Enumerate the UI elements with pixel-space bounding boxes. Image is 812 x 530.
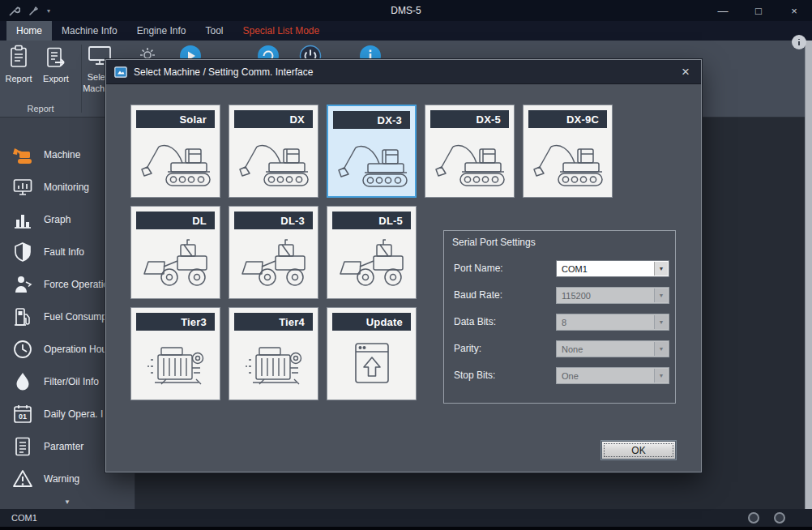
- machine-tile-dx-3[interactable]: DX-3: [327, 105, 417, 198]
- svg-text:01: 01: [19, 412, 27, 421]
- tile-label: DL-5: [332, 212, 411, 229]
- window-controls: — □ ×: [705, 0, 812, 21]
- tile-label: DX-5: [430, 110, 509, 128]
- field-label: Port Name:: [454, 263, 503, 274]
- chevron-down-icon: ▼: [654, 369, 668, 383]
- sidebar-item-label: Paramter: [44, 441, 83, 452]
- sidebar-item-label: Daily Opera. I: [44, 408, 103, 420]
- select-machine-dialog: Select Machine / Setting Comm. Interface…: [105, 59, 702, 472]
- serial-port-settings-panel: Serial Port Settings Port Name:COM1▼Baud…: [443, 230, 676, 404]
- serial-field-baud-rate: Baud Rate:115200▼: [444, 287, 675, 304]
- sidebar-item-label: Fault Info: [44, 246, 84, 258]
- parity-select: None▼: [556, 340, 669, 357]
- excavator-illustration: [137, 133, 214, 191]
- machine-tile-tier3[interactable]: Tier3: [130, 307, 220, 400]
- machine-tile-dl[interactable]: DL: [130, 206, 220, 299]
- export-button[interactable]: Export: [37, 45, 75, 83]
- droplet-icon: [11, 371, 35, 392]
- loader-illustration: [137, 234, 214, 293]
- tile-label: DX: [234, 110, 313, 128]
- help-icon[interactable]: [792, 35, 806, 49]
- serial-panel-title: Serial Port Settings: [452, 237, 536, 248]
- serial-field-port-name: Port Name:COM1▼: [444, 260, 675, 277]
- machine-tile-dx-9c[interactable]: DX-9C: [523, 105, 613, 198]
- sidebar-item-label: Fuel Consump: [44, 311, 107, 323]
- title-bar: ▾ DMS-5 — □ ×: [0, 0, 812, 21]
- sidebar-item-label: Machine: [44, 149, 80, 160]
- sidebar-item-label: Monitoring: [44, 182, 89, 193]
- close-button[interactable]: ×: [776, 0, 812, 21]
- serial-field-parity: Parity:None▼: [444, 340, 675, 357]
- report-button-label: Report: [5, 74, 32, 83]
- chevron-down-icon: ▼: [654, 315, 668, 329]
- chevron-down-icon: ▼: [654, 342, 668, 356]
- document-icon: [11, 436, 35, 457]
- chevron-down-icon: ▼: [654, 262, 668, 276]
- shield-icon: [11, 241, 35, 263]
- excavator-illustration: [431, 133, 508, 191]
- status-led-1: [748, 512, 759, 524]
- report-icon: [7, 45, 30, 71]
- sidebar-scroll-down-icon[interactable]: ▼: [0, 496, 135, 508]
- machine-tile-dl-3[interactable]: DL-3: [229, 206, 318, 299]
- vertical-scrollbar[interactable]: [805, 41, 812, 509]
- tab-tool[interactable]: Tool: [195, 21, 233, 41]
- tile-label: DL-3: [234, 212, 313, 229]
- field-label: Data Bits:: [454, 316, 496, 327]
- baud-rate-select: 115200▼: [556, 287, 669, 304]
- port-name-select[interactable]: COM1▼: [556, 260, 669, 277]
- dialog-close-icon[interactable]: ×: [678, 65, 693, 79]
- fuel-pump-icon: [11, 306, 35, 327]
- select-value: None: [562, 344, 583, 354]
- excavator-illustration: [529, 133, 606, 191]
- maximize-button[interactable]: □: [741, 0, 776, 21]
- serial-field-stop-bits: Stop Bits:One▼: [444, 367, 675, 384]
- machine-tile-tier4[interactable]: Tier4: [229, 307, 318, 400]
- status-led-2: [774, 512, 785, 524]
- machine-tile-dl-5[interactable]: DL-5: [327, 206, 417, 299]
- calendar-icon: 01: [11, 404, 35, 425]
- excavator-illustration: [334, 134, 411, 192]
- machine-tile-dx-5[interactable]: DX-5: [425, 105, 515, 198]
- sidebar-item-label: Filter/Oil Info: [44, 376, 99, 387]
- ribbon-group-label: Report: [0, 104, 81, 113]
- ok-button[interactable]: OK: [601, 441, 676, 459]
- engine-illustration: [137, 336, 214, 394]
- select-value: COM1: [562, 264, 588, 274]
- dialog-title-bar[interactable]: Select Machine / Setting Comm. Interface…: [106, 60, 701, 84]
- export-icon: [45, 45, 67, 71]
- machine-tile-solar[interactable]: Solar: [130, 105, 220, 198]
- minimize-button[interactable]: —: [705, 0, 741, 21]
- sidebar-item-label: Operation Hou: [44, 344, 107, 355]
- stop-bits-select: One▼: [556, 367, 669, 384]
- person-icon: [11, 274, 35, 295]
- tab-machine-info[interactable]: Machine Info: [52, 21, 127, 41]
- status-bar: COM1: [0, 509, 812, 527]
- dms5-window: ▾ DMS-5 — □ × HomeMachine InfoEngine Inf…: [0, 0, 812, 530]
- sidebar-item-label: Graph: [44, 214, 71, 225]
- sidebar-item-label: Force Operatio: [44, 279, 109, 290]
- serial-field-data-bits: Data Bits:8▼: [444, 314, 675, 331]
- tab-engine-info[interactable]: Engine Info: [127, 21, 196, 41]
- data-bits-select: 8▼: [556, 314, 669, 331]
- select-value: 8: [562, 318, 566, 327]
- tile-label: Tier3: [136, 313, 215, 331]
- select-value: One: [562, 371, 579, 381]
- loader-illustration: [333, 234, 410, 293]
- tab-bar: HomeMachine InfoEngine InfoToolSpecial L…: [0, 21, 812, 41]
- report-button[interactable]: Report: [0, 45, 37, 83]
- machine-tile-update[interactable]: Update: [327, 307, 417, 400]
- dialog-body: Serial Port Settings Port Name:COM1▼Baud…: [106, 84, 701, 472]
- machine-tile-dx[interactable]: DX: [229, 105, 318, 198]
- tile-label: DX-9C: [528, 110, 607, 128]
- tile-label: Tier4: [234, 313, 313, 331]
- tab-home[interactable]: Home: [6, 21, 52, 41]
- sidebar-item-label: Warning: [44, 473, 79, 485]
- tile-label: DL: [136, 212, 215, 229]
- loader-illustration: [235, 234, 312, 293]
- dialog-title: Select Machine / Setting Comm. Interface: [134, 66, 678, 78]
- tab-special-list-mode[interactable]: Special List Mode: [233, 21, 329, 41]
- select-value: 115200: [562, 291, 591, 301]
- window-bottom-edge: [0, 527, 812, 530]
- tile-label: Update: [332, 313, 411, 331]
